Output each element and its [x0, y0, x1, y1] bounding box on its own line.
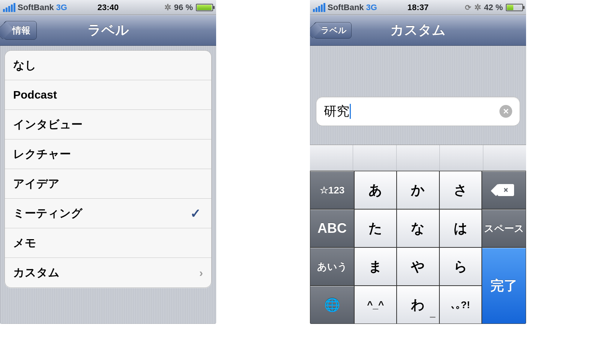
key-space[interactable]: スペース — [482, 209, 526, 247]
status-bar: SoftBank 3G 23:40 ✲ 96 % — [0, 0, 216, 15]
page-title: ラベル — [87, 21, 129, 39]
back-button[interactable]: 情報 — [4, 21, 37, 40]
key-ha[interactable]: は — [439, 209, 482, 247]
key-ka[interactable]: か — [397, 171, 439, 209]
key-wa[interactable]: わー — [397, 286, 439, 324]
label-lecture[interactable]: レクチャー — [5, 139, 211, 169]
battery-icon — [506, 4, 523, 11]
key-ya[interactable]: や — [397, 247, 439, 286]
keyboard: ☆123 あ か さ × ABC た な は スペース あいう ま や ら 完了… — [310, 145, 526, 324]
key-backspace[interactable]: × — [482, 171, 526, 209]
chevron-right-icon: › — [199, 267, 203, 279]
battery-icon — [196, 4, 213, 11]
text-caret — [350, 104, 351, 119]
key-ta[interactable]: た — [354, 209, 397, 247]
clock: 18:37 — [310, 3, 526, 12]
back-label: ラベル — [321, 25, 347, 35]
back-button[interactable]: ラベル — [314, 22, 352, 39]
back-label: 情報 — [12, 25, 30, 35]
label-podcast[interactable]: Podcast — [5, 80, 211, 110]
key-sa[interactable]: さ — [439, 171, 482, 209]
key-kana[interactable]: あいう — [310, 247, 354, 286]
key-punct[interactable]: ､｡?! — [439, 286, 482, 324]
label-interview[interactable]: インタビュー — [5, 110, 211, 139]
label-table: なし Podcast インタビュー レクチャー アイデア ミーティング ✓ メモ… — [5, 50, 212, 288]
status-bar: SoftBank 3G 18:37 ⟳ ✲ 42 % — [310, 0, 526, 15]
key-ra[interactable]: ら — [439, 247, 482, 286]
key-numsym[interactable]: ☆123 — [310, 171, 354, 209]
label-meeting[interactable]: ミーティング ✓ — [5, 199, 211, 228]
input-value: 研究 — [324, 103, 349, 120]
key-done[interactable]: 完了 — [482, 247, 526, 324]
clock: 23:40 — [0, 3, 216, 12]
check-icon: ✓ — [190, 206, 201, 221]
phone-right: SoftBank 3G 18:37 ⟳ ✲ 42 % ラベル カスタム 研究 ✕ — [310, 0, 526, 324]
backspace-icon: × — [494, 184, 514, 196]
key-emoticon[interactable]: ^_^ — [354, 286, 397, 324]
clear-icon[interactable]: ✕ — [499, 105, 512, 118]
label-none[interactable]: なし — [5, 51, 211, 80]
phone-left: SoftBank 3G 23:40 ✲ 96 % 情報 ラベル なし Podca… — [0, 0, 216, 324]
key-globe[interactable]: 🌐 — [310, 286, 354, 324]
candidate-bar[interactable] — [310, 145, 526, 171]
nav-bar: ラベル カスタム — [310, 15, 526, 46]
page-title: カスタム — [390, 21, 446, 39]
key-a[interactable]: あ — [354, 171, 397, 209]
key-abc[interactable]: ABC — [310, 209, 354, 247]
nav-bar: 情報 ラベル — [0, 15, 216, 46]
label-memo[interactable]: メモ — [5, 228, 211, 258]
content-area: なし Podcast インタビュー レクチャー アイデア ミーティング ✓ メモ… — [0, 46, 216, 324]
label-custom[interactable]: カスタム › — [5, 258, 211, 288]
key-na[interactable]: な — [397, 209, 439, 247]
label-idea[interactable]: アイデア — [5, 169, 211, 199]
globe-icon: 🌐 — [324, 297, 340, 312]
key-ma[interactable]: ま — [354, 247, 397, 286]
custom-label-input[interactable]: 研究 ✕ — [316, 97, 520, 126]
